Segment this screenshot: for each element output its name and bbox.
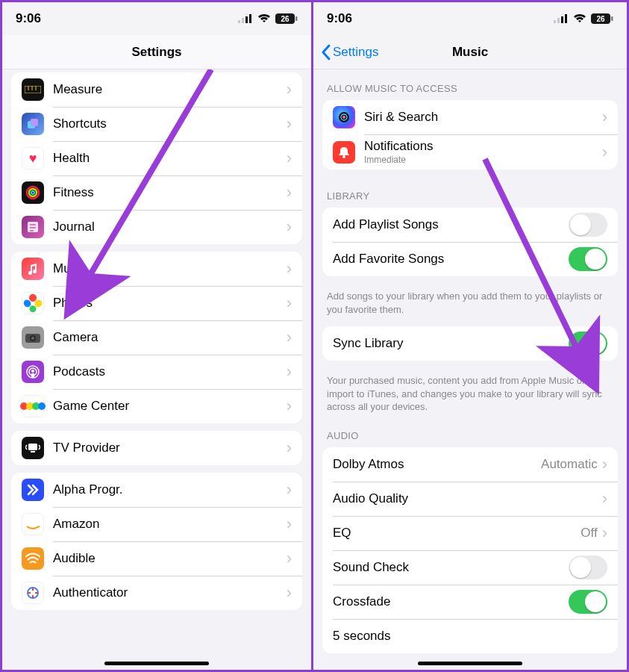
svg-rect-0 bbox=[238, 20, 240, 23]
row-label: Podcasts bbox=[53, 364, 287, 379]
back-label: Settings bbox=[333, 45, 378, 60]
svg-point-22 bbox=[31, 370, 34, 373]
svg-rect-24 bbox=[31, 451, 35, 452]
row-add-playlist-songs[interactable]: Add Playlist Songs bbox=[322, 208, 618, 242]
chevron-right-icon: › bbox=[287, 150, 292, 167]
chevron-right-icon: › bbox=[602, 491, 607, 507]
row-label: Audio Quality bbox=[333, 491, 602, 506]
row-audible[interactable]: Audible› bbox=[11, 541, 302, 576]
svg-rect-23 bbox=[28, 444, 37, 450]
row-authenticator[interactable]: Authenticator› bbox=[11, 576, 302, 610]
svg-rect-3 bbox=[249, 14, 251, 23]
row-health[interactable]: ♥Health› bbox=[11, 141, 302, 175]
podcast-icon bbox=[22, 361, 44, 383]
row-notifications[interactable]: NotificationsImmediate› bbox=[322, 134, 618, 169]
row-add-favorite-songs[interactable]: Add Favorite Songs bbox=[322, 242, 618, 276]
status-indicators: 26 bbox=[554, 13, 613, 24]
row-music[interactable]: Music› bbox=[11, 252, 302, 286]
measure-icon bbox=[22, 78, 44, 101]
page-title: Music bbox=[452, 45, 488, 60]
row-label: Crossfade bbox=[333, 594, 569, 609]
status-bar: 9:06 26 bbox=[2, 2, 311, 35]
row-crossfade[interactable]: Crossfade bbox=[322, 585, 618, 619]
settings-group: Sync Library bbox=[322, 326, 618, 361]
chevron-right-icon: › bbox=[287, 295, 292, 311]
svg-point-37 bbox=[342, 155, 345, 158]
chevron-right-icon: › bbox=[287, 482, 292, 498]
settings-screen: 9:06 26 Settings Measure›Shortcuts›♥Heal… bbox=[0, 0, 313, 672]
row-camera[interactable]: Camera› bbox=[11, 320, 302, 355]
toggle[interactable] bbox=[569, 556, 607, 579]
wifi-icon bbox=[573, 14, 586, 23]
row-siri-search[interactable]: Siri & Search› bbox=[322, 100, 618, 134]
cellular-icon bbox=[238, 14, 253, 23]
toggle[interactable] bbox=[569, 213, 607, 237]
row-label: Photos bbox=[53, 296, 287, 311]
row-tv-provider[interactable]: TV Provider› bbox=[11, 431, 302, 465]
row-label: Shortcuts bbox=[53, 116, 287, 131]
row-label: Journal bbox=[53, 220, 287, 234]
audible-icon bbox=[22, 547, 44, 570]
toggle[interactable] bbox=[569, 332, 607, 355]
row-label: Siri & Search bbox=[364, 110, 602, 125]
music-icon bbox=[22, 258, 44, 280]
row-alpha-progr-[interactable]: Alpha Progr.› bbox=[11, 473, 302, 507]
page-title: Settings bbox=[131, 45, 181, 60]
settings-group: Siri & Search›NotificationsImmediate› bbox=[322, 100, 618, 169]
row-sublabel: Immediate bbox=[364, 155, 602, 165]
row-photos[interactable]: Photos› bbox=[11, 286, 302, 320]
svg-point-14 bbox=[29, 189, 37, 196]
row-amazon[interactable]: Amazon› bbox=[11, 507, 302, 541]
toggle[interactable] bbox=[569, 590, 607, 614]
amazon-icon bbox=[22, 513, 44, 535]
shortcut-icon bbox=[22, 113, 44, 135]
settings-group: TV Provider› bbox=[11, 431, 302, 465]
chevron-right-icon: › bbox=[287, 116, 292, 132]
settings-scroll[interactable]: Measure›Shortcuts›♥Health›Fitness›Journa… bbox=[2, 69, 311, 670]
row-detail: Automatic bbox=[541, 457, 598, 472]
row-podcasts[interactable]: Podcasts› bbox=[11, 355, 302, 389]
row-label: Health bbox=[53, 151, 287, 166]
row-fitness[interactable]: Fitness› bbox=[11, 175, 302, 210]
journal-icon bbox=[22, 216, 44, 238]
tvprov-icon bbox=[22, 437, 44, 459]
row-label: Authenticator bbox=[53, 585, 287, 600]
svg-rect-2 bbox=[245, 16, 248, 23]
row-eq[interactable]: EQOff› bbox=[322, 516, 618, 550]
row-measure[interactable]: Measure› bbox=[11, 72, 302, 107]
chevron-right-icon: › bbox=[602, 456, 607, 473]
back-button[interactable]: Settings bbox=[316, 35, 383, 69]
row-game-center[interactable]: Game Center› bbox=[11, 389, 302, 423]
fitness-icon bbox=[22, 181, 44, 204]
home-indicator bbox=[418, 662, 522, 665]
svg-rect-28 bbox=[557, 18, 560, 23]
notif-icon bbox=[333, 141, 355, 164]
wifi-icon bbox=[257, 14, 271, 23]
row-label: 5 seconds bbox=[333, 629, 607, 644]
row-shortcuts[interactable]: Shortcuts› bbox=[11, 107, 302, 141]
row-sync-library[interactable]: Sync Library bbox=[322, 326, 618, 361]
siri-icon bbox=[333, 106, 355, 128]
row-label: Alpha Progr. bbox=[53, 482, 287, 497]
battery-icon: 26 bbox=[275, 13, 298, 24]
row-journal[interactable]: Journal› bbox=[11, 210, 302, 244]
row-label: Measure bbox=[53, 82, 287, 97]
row-label: Notifications bbox=[364, 139, 602, 154]
gamecenter-icon bbox=[22, 395, 44, 417]
music-scroll[interactable]: ALLOW MUSIC TO ACCESSSiri & Search›Notif… bbox=[313, 69, 627, 670]
toggle[interactable] bbox=[569, 247, 607, 271]
row-5-seconds[interactable]: 5 seconds bbox=[322, 619, 618, 653]
row-sound-check[interactable]: Sound Check bbox=[322, 550, 618, 585]
row-label: EQ bbox=[333, 526, 581, 541]
section-footer: Add songs to your library when you add t… bbox=[313, 284, 627, 319]
row-audio-quality[interactable]: Audio Quality› bbox=[322, 482, 618, 516]
svg-rect-5 bbox=[295, 16, 298, 21]
row-label: Camera bbox=[53, 330, 287, 345]
settings-group: Alpha Progr.›Amazon›Audible›Authenticato… bbox=[11, 473, 302, 610]
svg-rect-7 bbox=[25, 86, 41, 93]
row-label: TV Provider bbox=[53, 441, 287, 455]
alpha-icon bbox=[22, 479, 44, 501]
row-dolby-atmos[interactable]: Dolby AtmosAutomatic› bbox=[322, 447, 618, 482]
row-label: Game Center bbox=[53, 399, 287, 414]
row-label: Amazon bbox=[53, 517, 287, 532]
